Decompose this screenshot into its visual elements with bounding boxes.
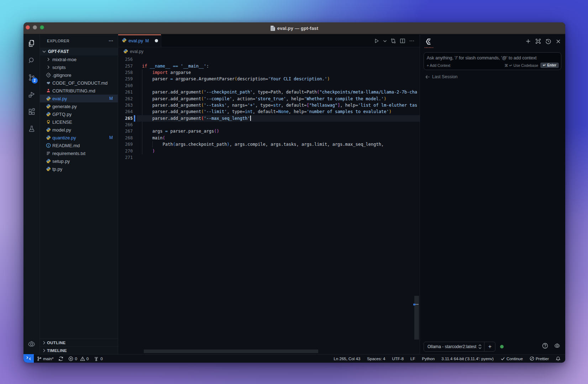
ai-input-placeholder: Ask anything, '/' for slash commands, '@… — [427, 55, 537, 60]
chevron-down-icon — [41, 49, 47, 54]
tab-eval-py[interactable]: eval.py M — [118, 34, 161, 47]
add-model-button[interactable]: + — [484, 343, 495, 350]
run-icon[interactable] — [374, 38, 379, 44]
file-tree-item-requirements-txt[interactable]: requirements.txt — [40, 149, 118, 157]
model-selector-chevrons-icon — [478, 344, 484, 349]
status-sync-icon[interactable] — [58, 356, 63, 361]
tower-icon — [94, 356, 99, 361]
file-tree-item-gptq-py[interactable]: GPTQ.py — [40, 110, 118, 118]
minimize-window-button[interactable] — [33, 25, 37, 30]
status-utf-8[interactable]: UTF-8 — [392, 357, 404, 361]
add-context-button[interactable]: + Add Context — [427, 63, 450, 68]
file-tree-item-tp-py[interactable]: tp.py — [40, 165, 118, 173]
status-lf[interactable]: LF — [410, 357, 415, 361]
horizontal-scrollbar[interactable] — [144, 350, 318, 353]
compare-icon[interactable] — [390, 38, 396, 44]
activity-bar-testing[interactable] — [23, 120, 40, 137]
overview-cursor-marker — [415, 304, 419, 305]
activity-bar-extensions[interactable] — [23, 103, 40, 120]
fullscreen-icon[interactable] — [535, 38, 541, 44]
ai-chat-input[interactable]: Ask anything, '/' for slash commands, '@… — [424, 52, 561, 70]
code-editor[interactable]: 256257if __name__ == '__main__':258 impo… — [118, 55, 420, 354]
file-label: tp.py — [52, 166, 62, 172]
activity-bar-explorer[interactable] — [23, 35, 40, 52]
close-window-button[interactable] — [26, 25, 30, 30]
last-session-link[interactable]: Last Session — [425, 74, 458, 79]
status-bell-icon[interactable] — [556, 356, 561, 361]
activity-bar-search[interactable] — [23, 52, 40, 69]
git-modified-badge: M — [109, 135, 113, 140]
help-icon[interactable] — [542, 343, 548, 350]
status-ln-265-col-43[interactable]: Ln 265, Col 43 — [334, 357, 361, 361]
chevron-down-icon[interactable] — [383, 38, 387, 44]
activity-bar-run-debug[interactable] — [23, 86, 40, 103]
line-number: 269 — [118, 142, 133, 147]
file-tree-item-contributing-md[interactable]: CONTRIBUTING.md — [40, 87, 118, 95]
file-tree-item-scripts[interactable]: scripts — [40, 63, 118, 71]
ellipsis-icon[interactable] — [409, 38, 415, 44]
status-python[interactable]: Python — [422, 357, 435, 361]
code-line-271: 271 — [118, 154, 420, 161]
search-icon — [27, 56, 36, 65]
file-tree-item-model-py[interactable]: model.py — [40, 126, 118, 134]
enter-button[interactable]: ↵Enter — [540, 63, 559, 68]
ai-panel-footer: Ollama - starcoder2:latest + — [420, 340, 565, 354]
status-3-11-4-64-bit-3-11-4-pyenv-[interactable]: 3.11.4 64-bit ('3.11.4': pyenv) — [441, 357, 494, 361]
file-tree-item--gitignore[interactable]: .gitignore — [40, 71, 118, 79]
file-tree-item-readme-md[interactable]: README.md — [40, 142, 118, 149]
status-continue[interactable]: Continue — [500, 356, 523, 361]
close-icon[interactable] — [556, 39, 561, 44]
file-label: generate.py — [52, 104, 77, 109]
plus-icon[interactable] — [525, 38, 531, 44]
prettier-icon — [530, 356, 534, 361]
code-line-261: 261 parser.add_argument('--checkpoint_pa… — [118, 89, 420, 95]
split-editor-icon[interactable] — [400, 38, 405, 44]
continue-logo-icon[interactable] — [425, 38, 432, 47]
python-icon — [46, 111, 51, 117]
status-dot — [500, 345, 504, 348]
explorer-more-actions-button[interactable]: ⋯ — [109, 38, 114, 43]
git-icon — [46, 72, 51, 78]
file-tree-item-mixtral-moe[interactable]: mixtral-moe — [40, 55, 118, 63]
python-icon — [46, 135, 51, 140]
python-icon — [123, 49, 128, 55]
remote-indicator[interactable] — [23, 354, 34, 363]
active-tab-underline — [425, 47, 434, 48]
activity-bar-settings[interactable] — [23, 336, 40, 353]
code-line-267: 267 args = parser.parse_args() — [118, 128, 420, 134]
line-number: 261 — [118, 90, 133, 95]
zoom-window-button[interactable] — [40, 25, 44, 30]
sidebar-section-gpt-fast[interactable]: GPT-FAST — [40, 48, 118, 55]
license-icon — [46, 119, 51, 125]
python-icon — [46, 96, 51, 101]
file-label: CODE_OF_CONDUCT.md — [52, 80, 107, 86]
file-label: model.py — [52, 127, 71, 133]
status-0[interactable]: 0 — [94, 356, 103, 361]
status-prettier[interactable]: Prettier — [530, 356, 549, 361]
python-icon — [122, 38, 127, 44]
window-title: eval.py — gpt-fast — [271, 26, 319, 31]
breadcrumb[interactable]: eval.py — [118, 47, 420, 56]
line-number: 262 — [118, 96, 133, 101]
line-number: 263 — [118, 103, 133, 108]
model-selector[interactable]: Ollama - starcoder2:latest + — [424, 342, 495, 352]
sidebar-section-timeline[interactable]: TIMELINE — [40, 346, 118, 354]
file-tree-item-code-of-conduct-md[interactable]: CODE_OF_CONDUCT.md — [40, 79, 118, 87]
activity-bar: 2 — [23, 34, 40, 354]
code-line-258: 258 import argparse — [118, 69, 420, 76]
vertical-scrollbar[interactable] — [414, 296, 419, 340]
status-spaces-4[interactable]: Spaces: 4 — [367, 357, 385, 361]
file-tree-item-setup-py[interactable]: setup.py — [40, 157, 118, 165]
sidebar-section-outline[interactable]: OUTLINE — [40, 338, 118, 346]
status-main*[interactable]: main* — [37, 356, 53, 361]
file-tree-item-eval-py[interactable]: eval.pyM — [40, 95, 118, 102]
file-tree-item-generate-py[interactable]: generate.py — [40, 102, 118, 110]
gear-icon[interactable] — [554, 343, 560, 350]
file-tree-item-license[interactable]: LICENSE — [40, 118, 118, 126]
history-icon[interactable] — [545, 38, 551, 44]
status-0[interactable]: 00 — [68, 356, 89, 361]
unsaved-dot-icon[interactable] — [155, 39, 158, 42]
activity-bar-source-control[interactable]: 2 — [23, 69, 40, 86]
sync-icon — [58, 356, 63, 361]
file-tree-item-quantize-py[interactable]: quantize.pyM — [40, 134, 118, 142]
